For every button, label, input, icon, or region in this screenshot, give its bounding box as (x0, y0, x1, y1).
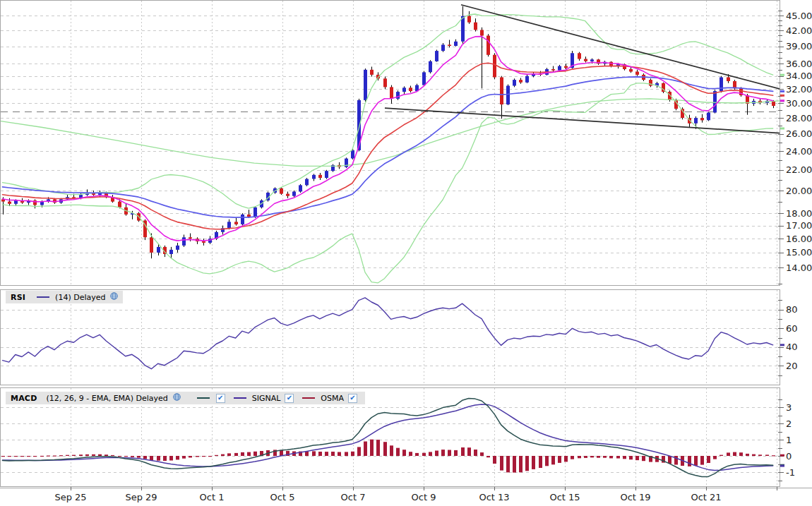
stock-chart-canvas[interactable]: 45.0042.0039.0036.0034.0032.0030.0028.00… (0, 0, 812, 506)
date-label: Oct 1 (200, 492, 225, 502)
date-label: Oct 19 (620, 492, 650, 502)
svg-text:15.00: 15.00 (786, 247, 812, 258)
candle-body (564, 66, 568, 68)
svg-text:42.00: 42.00 (786, 25, 812, 36)
candle-body (435, 51, 438, 61)
date-label: Oct 7 (341, 492, 366, 502)
signal-visible-checkbox[interactable]: ✔ (285, 394, 294, 403)
candle-body (474, 23, 477, 30)
candle-body (629, 69, 633, 72)
candle-body (649, 80, 652, 85)
trading-chart-window: 45.0042.0039.0036.0034.0032.0030.0028.00… (0, 0, 812, 506)
svg-text:20: 20 (786, 361, 798, 371)
candle-body (390, 87, 393, 98)
candle-body (448, 44, 451, 46)
candle-body (383, 78, 387, 87)
candle-body (202, 241, 205, 243)
date-label: Oct 9 (412, 492, 436, 502)
svg-text:20.00: 20.00 (786, 186, 812, 196)
svg-text:-1: -1 (786, 467, 795, 478)
candle-body (493, 55, 496, 78)
svg-text:28.00: 28.00 (786, 113, 812, 124)
candle-body (578, 53, 581, 59)
macd-visible-checkbox[interactable]: ✔ (216, 394, 225, 403)
svg-text:22.00: 22.00 (786, 164, 812, 175)
date-axis: Sep 25Sep 29Oct 1Oct 5Oct 7Oct 9Oct 13Oc… (0, 487, 812, 502)
signal-line-swatch (234, 397, 246, 399)
candle-body (590, 59, 594, 61)
macd-params: (12, 26, 9 - EMA, EMA) Delayed (46, 394, 167, 403)
candle-body (150, 237, 153, 253)
main-panel[interactable] (1, 1, 780, 286)
candle-body (318, 175, 322, 178)
svg-text:32.00: 32.00 (786, 84, 812, 95)
date-label: Oct 13 (479, 492, 509, 502)
candle-body (402, 88, 406, 92)
candle-body (519, 80, 523, 83)
svg-text:26.00: 26.00 (786, 128, 812, 139)
candle-body (513, 80, 516, 85)
osma-label: OSMA (321, 394, 344, 403)
osma-visible-checkbox[interactable]: ✔ (348, 394, 357, 403)
candle-body (700, 118, 704, 120)
candle-body (506, 86, 510, 105)
candle-body (305, 179, 309, 186)
svg-text:60: 60 (786, 323, 798, 334)
candle-body (694, 118, 698, 124)
candle-body (525, 76, 529, 83)
candle-body (8, 202, 11, 204)
date-label: Oct 15 (549, 492, 580, 502)
rsi-title: RSI (11, 293, 25, 302)
candle-body (286, 194, 289, 196)
candle-body (467, 16, 471, 23)
candle-body (280, 188, 283, 194)
candle-body (713, 91, 717, 112)
candle-body (118, 202, 121, 207)
candle-body (299, 185, 302, 191)
candle-body (176, 246, 179, 250)
candle-body (486, 36, 490, 55)
candle-body (351, 150, 354, 159)
candle-body (727, 78, 730, 82)
svg-text:1: 1 (786, 435, 792, 445)
candle-body (409, 88, 412, 91)
candle-body (551, 69, 555, 71)
rsi-label-strip: RSI(14) Delayed (6, 291, 123, 303)
osma-line-swatch (302, 397, 315, 399)
candle-body (429, 61, 432, 73)
rsi-panel[interactable] (1, 290, 780, 385)
signal-label: SIGNAL (252, 394, 281, 403)
candle-body (227, 222, 231, 228)
candle-body (234, 222, 238, 224)
date-label: Sep 25 (54, 492, 86, 502)
candle-body (14, 200, 18, 204)
svg-text:0: 0 (786, 451, 792, 462)
svg-text:17.00: 17.00 (786, 220, 812, 231)
candle-body (707, 113, 710, 121)
candle-body (720, 78, 723, 92)
svg-text:45.00: 45.00 (786, 11, 812, 21)
globe-icon[interactable] (110, 292, 118, 302)
svg-text:3: 3 (786, 402, 792, 413)
candle-body (422, 72, 426, 85)
candle-body (182, 237, 186, 246)
date-label: Sep 29 (125, 492, 157, 502)
candle-body (189, 237, 192, 239)
price-axis: 45.0042.0039.0036.0034.0032.0030.0028.00… (778, 11, 812, 481)
candle-body (169, 250, 173, 254)
candle-body (157, 247, 160, 253)
candle-body (584, 59, 587, 61)
candle-body (461, 16, 465, 42)
candle-body (325, 171, 328, 178)
globe-icon[interactable] (173, 393, 181, 403)
candle-body (247, 215, 251, 217)
candle-body (480, 30, 484, 35)
svg-text:39.00: 39.00 (786, 41, 812, 52)
macd-label-strip: MACD(12, 26, 9 - EMA, EMA) Delayed ✔ SIG… (6, 392, 365, 404)
svg-text:24.00: 24.00 (786, 146, 812, 157)
svg-text:16.00: 16.00 (786, 234, 812, 244)
macd-line-swatch (197, 397, 210, 399)
candle-body (558, 66, 561, 71)
candle-body (441, 44, 445, 51)
candle-body (454, 42, 458, 46)
